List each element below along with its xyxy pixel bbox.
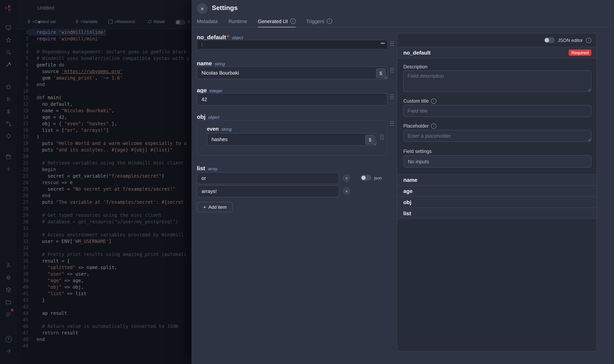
code-line[interactable]: 15 obj = { "even": "hashes" },	[17, 121, 192, 127]
code-line[interactable]: 37 "splitted" => name.split,	[17, 264, 192, 271]
inspector-row-no-default[interactable]: no_default Required	[397, 47, 597, 58]
editor-toggle[interactable]	[175, 20, 185, 25]
code-line[interactable]: 40 "obj" => obj,	[17, 284, 192, 291]
code-lines[interactable]: 1require 'windmill/inline'2require 'wind…	[17, 29, 192, 364]
drag-handle[interactable]	[390, 67, 394, 73]
tab-metadata[interactable]: Metadata	[197, 17, 218, 27]
tab-triggers[interactable]: Triggers	[306, 17, 332, 27]
code-line[interactable]: 23 secret = get_variable("f/examples/sec…	[17, 173, 192, 180]
code-line[interactable]: 35 # Pretty print results using amazing_…	[17, 251, 192, 258]
code-line[interactable]: 36 result = {	[17, 258, 192, 264]
code-line[interactable]: 31	[17, 225, 192, 232]
code-line[interactable]: 22 begin	[17, 167, 192, 173]
code-line[interactable]: 26 end	[17, 193, 192, 199]
windmill-logo-icon[interactable]	[4, 4, 12, 12]
folders-icon[interactable]	[5, 299, 12, 306]
script-title[interactable]: Untitled	[37, 5, 54, 11]
drag-handle[interactable]	[380, 134, 384, 140]
remove-item-icon[interactable]: ×	[342, 174, 351, 182]
code-line[interactable]: 45	[17, 317, 192, 323]
code-line[interactable]: 20	[17, 153, 192, 160]
code-line[interactable]: 3	[17, 42, 192, 49]
tab-runtime[interactable]: Runtime	[228, 17, 247, 27]
json-toggle[interactable]	[361, 175, 371, 181]
list-item-input-0[interactable]	[197, 172, 339, 184]
name-input[interactable]	[197, 66, 388, 79]
code-line[interactable]: 14 age = 42,	[17, 114, 192, 121]
code-line[interactable]: 6gemfile do	[17, 62, 192, 68]
search-icon[interactable]	[5, 49, 12, 56]
code-line[interactable]: 9end	[17, 81, 192, 88]
code-line[interactable]: 32 # Access environment variables provid…	[17, 232, 192, 238]
inspector-row-list[interactable]: list	[397, 208, 597, 219]
drag-handle[interactable]	[390, 41, 394, 47]
code-line[interactable]: 39 "age" => age,	[17, 277, 192, 284]
inspector-row-name[interactable]: name	[397, 174, 597, 185]
code-line[interactable]: 10	[17, 88, 192, 94]
apps-icon[interactable]	[5, 24, 12, 31]
code-line[interactable]: 41 "list" => list	[17, 291, 192, 297]
code-line[interactable]: 5# Windmill uses bundler/inline compatib…	[17, 55, 192, 62]
code-line[interactable]: 42 }	[17, 297, 192, 304]
flows-icon[interactable]	[5, 120, 12, 127]
ai-wand-icon[interactable]	[5, 61, 12, 68]
code-line[interactable]: 27 puts "The variable at 'f/examples/sec…	[17, 199, 192, 206]
inspector-row-age[interactable]: age	[397, 185, 597, 196]
even-input[interactable]	[207, 133, 376, 146]
custom-title-input[interactable]	[403, 105, 591, 117]
drag-handle[interactable]	[390, 94, 394, 100]
user-icon[interactable]	[5, 262, 12, 269]
field-settings-value[interactable]: No inputs	[403, 155, 591, 168]
favorites-icon[interactable]	[5, 37, 12, 43]
close-icon[interactable]: ×	[197, 3, 208, 14]
code-line[interactable]: 24 rescue => e	[17, 180, 192, 186]
home-icon[interactable]	[5, 83, 12, 90]
code-line[interactable]: 13 name = "Nicolas Bourbaki",	[17, 108, 192, 114]
code-line[interactable]: 16 list = ["or", "arrays!"]	[17, 127, 192, 134]
json-editor-toggle[interactable]	[544, 37, 555, 43]
code-line[interactable]: 44 ap result	[17, 310, 192, 317]
code-line[interactable]: 38 "user" => user,	[17, 271, 192, 277]
runs-icon[interactable]	[5, 96, 12, 103]
workers-icon[interactable]	[5, 286, 12, 293]
logs-icon[interactable]	[5, 311, 12, 318]
schedules-icon[interactable]	[5, 153, 12, 160]
add-item-button[interactable]: + Add item	[197, 202, 233, 212]
variable-picker-button[interactable]: $	[365, 135, 375, 144]
code-line[interactable]: 18 puts "Hello World and a warm welcome …	[17, 140, 192, 147]
code-line[interactable]: 11def main(	[17, 94, 192, 101]
code-line[interactable]: 12 no_default,	[17, 101, 192, 108]
code-line[interactable]: 46 # Return value is automatically conve…	[17, 323, 192, 330]
variable-picker-button[interactable]: $	[376, 68, 386, 78]
code-line[interactable]: 28	[17, 206, 192, 212]
code-line[interactable]: 49	[17, 343, 192, 349]
no-default-json-input[interactable]: 1	[197, 40, 388, 49]
add-icon[interactable]	[5, 166, 12, 173]
code-line[interactable]: 29 # Get typed resources using the mini …	[17, 212, 192, 219]
tab-generated-ui[interactable]: Generated UI	[258, 17, 295, 27]
code-line[interactable]: 48end	[17, 336, 192, 343]
variables-icon[interactable]: $	[5, 108, 12, 115]
age-input[interactable]	[197, 93, 388, 106]
add-context-var-button[interactable]: $ +Context var	[28, 19, 56, 24]
code-line[interactable]: 19 puts "and its acolytes.. #{age} #{obj…	[17, 147, 192, 153]
code-line[interactable]: 4# Dependency management: declare gems i…	[17, 49, 192, 55]
code-line[interactable]: 43	[17, 304, 192, 310]
description-input[interactable]	[403, 70, 591, 92]
code-line[interactable]: 8 gem 'amazing_print', '~> 1.6'	[17, 75, 192, 81]
code-line[interactable]: 34	[17, 245, 192, 251]
code-line[interactable]: 17)	[17, 134, 192, 140]
collapse-editor-icon[interactable]	[381, 43, 385, 44]
diff-button[interactable]: ±	[188, 18, 190, 24]
reset-button[interactable]: Reset	[148, 19, 165, 24]
code-line[interactable]: 33 user = ENV['WM_USERNAME']	[17, 238, 192, 245]
code-line[interactable]: 47 return result	[17, 330, 192, 336]
settings-gear-icon[interactable]: ⚙	[5, 274, 12, 281]
code-line[interactable]: 2require 'windmill/mini'	[17, 36, 192, 42]
help-icon[interactable]: ?	[5, 336, 12, 342]
resources-icon[interactable]	[5, 133, 12, 140]
add-variable-button[interactable]: $ +Variable	[76, 19, 98, 24]
code-line[interactable]: 1require 'windmill/inline'	[17, 29, 192, 36]
code-line[interactable]: 21 # Retrieve variables using the Windmi…	[17, 160, 192, 167]
code-line[interactable]: 25 secret = "No secret yet at f/examples…	[17, 186, 192, 193]
